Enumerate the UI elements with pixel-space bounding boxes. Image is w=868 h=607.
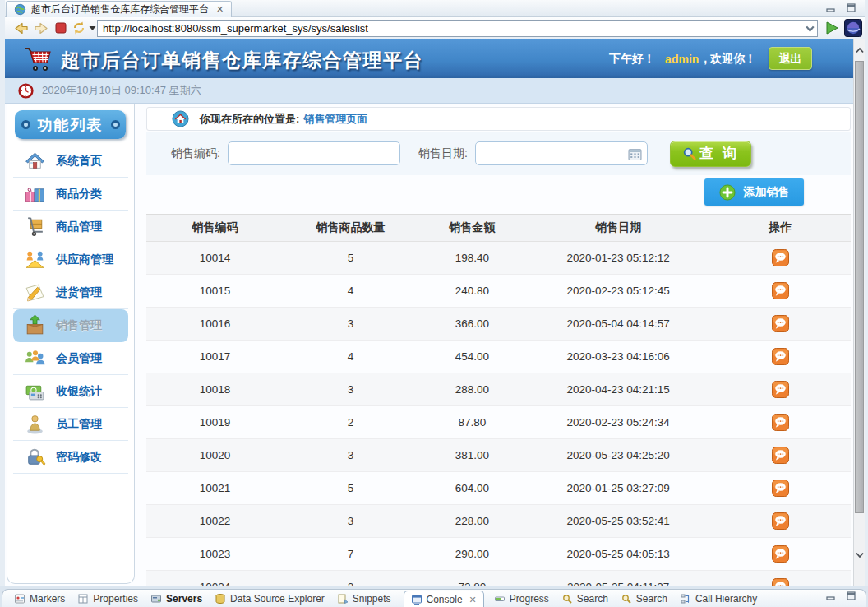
column-header: 销售金额 — [418, 215, 527, 242]
dot-icon — [111, 120, 120, 129]
calendar-icon[interactable] — [628, 147, 642, 161]
edit-action-icon[interactable] — [772, 578, 789, 586]
sidebar-item-label: 会员管理 — [56, 351, 102, 366]
servers-icon — [150, 593, 162, 605]
edit-action-icon[interactable] — [772, 545, 789, 563]
staff-icon — [24, 413, 46, 435]
forward-icon[interactable] — [33, 20, 49, 36]
dot-icon — [21, 120, 30, 129]
scroll-up-icon[interactable] — [855, 44, 865, 56]
bottom-tab-properties[interactable]: Properties — [77, 590, 138, 607]
sidebar-item-supplier[interactable]: 供应商管理 — [13, 243, 128, 276]
cell-amount: 366.00 — [418, 308, 527, 341]
sidebar-item-sales[interactable]: 销售管理 — [13, 309, 128, 342]
edit-action-icon[interactable] — [772, 282, 789, 299]
callh-icon — [680, 593, 691, 605]
edit-action-icon[interactable] — [772, 348, 789, 365]
cell-code: 10019 — [146, 406, 284, 439]
bottom-tab-console[interactable]: Console✕ — [404, 591, 484, 607]
back-icon[interactable] — [13, 20, 30, 36]
cell-date: 2020-05-25 04:11:27 — [527, 571, 710, 586]
home-icon — [24, 150, 46, 172]
browser-app-icon[interactable] — [844, 19, 862, 37]
cell-amount: 87.80 — [418, 406, 527, 439]
bottom-tab-label: Progress — [510, 593, 549, 605]
vertical-scrollbar[interactable] — [853, 39, 865, 586]
snippets-icon — [337, 593, 349, 605]
bottom-tab-label: Console — [427, 594, 463, 605]
cell-qty: 3 — [284, 439, 418, 472]
bottom-tab-search[interactable]: Search — [561, 590, 608, 607]
console-icon — [411, 594, 422, 605]
table-row: 100215604.002020-01-25 03:27:09 — [146, 472, 851, 505]
edit-action-icon[interactable] — [772, 447, 789, 464]
bottom-tab-snippets[interactable]: Snippets — [337, 590, 391, 607]
cell-actions — [710, 341, 851, 373]
app-title: 超市后台订单销售仓库库存综合管理平台 — [61, 39, 423, 78]
bottom-tab-call-hierarchy[interactable]: Call Hierarchy — [680, 590, 757, 607]
sidebar-item-cashier[interactable]: 收银统计 — [13, 375, 128, 408]
code-label: 销售编码: — [171, 146, 220, 161]
edit-action-icon[interactable] — [772, 512, 789, 530]
sidebar-item-label: 商品管理 — [56, 220, 102, 234]
app-header: 超市后台订单销售仓库库存综合管理平台 下午好！ admin , 欢迎你！ 退出 — [5, 39, 853, 78]
run-icon[interactable] — [824, 20, 840, 36]
editor-tab[interactable]: 超市后台订单销售仓库库存综合管理平台 ✕ — [6, 1, 232, 17]
sidebar-item-label: 进货管理 — [56, 285, 102, 300]
search-button[interactable]: 查 询 — [670, 141, 751, 167]
stop-icon[interactable] — [53, 20, 69, 36]
bottom-tab-servers[interactable]: Servers — [150, 590, 202, 607]
bottom-tab-data-source-explorer[interactable]: Data Source Explorer — [215, 590, 325, 607]
scrollbar-thumb[interactable] — [855, 61, 864, 513]
bottom-tab-search[interactable]: Search — [621, 590, 667, 607]
table-row: 10019287.802020-02-23 05:24:34 — [146, 406, 851, 439]
url-dropdown-icon[interactable] — [803, 21, 817, 36]
table-row: 100203381.002020-05-23 04:25:20 — [146, 439, 851, 472]
url-text[interactable]: http://localhost:8080/ssm_supermarket_sy… — [98, 22, 803, 35]
plus-icon — [719, 184, 736, 201]
bottom-tab-label: Servers — [166, 593, 202, 605]
panel-maximize-icon[interactable] — [846, 591, 856, 601]
cell-qty: 4 — [284, 275, 418, 308]
code-input[interactable] — [228, 141, 400, 165]
edit-action-icon[interactable] — [772, 480, 789, 497]
sales-table: 销售编码销售商品数量销售金额销售日期操作 100145198.402020-01… — [146, 214, 851, 586]
logout-button[interactable]: 退出 — [769, 47, 812, 70]
panel-minimize-icon[interactable] — [825, 591, 836, 601]
url-bar[interactable]: http://localhost:8080/ssm_supermarket_sy… — [97, 20, 818, 37]
sidebar-item-purchase[interactable]: 进货管理 — [13, 276, 128, 309]
sidebar-item-password[interactable]: 密码修改 — [13, 441, 128, 474]
sidebar-item-home[interactable]: 系统首页 — [13, 145, 128, 178]
maximize-icon[interactable] — [846, 2, 856, 13]
sidebar-item-goods[interactable]: 商品管理 — [13, 211, 128, 243]
column-header: 操作 — [710, 215, 851, 242]
bottom-tab-markers[interactable]: Markers — [14, 590, 65, 607]
tab-close-icon[interactable]: ✕ — [216, 4, 224, 15]
refresh-icon[interactable] — [71, 20, 87, 36]
breadcrumb-current[interactable]: 销售管理页面 — [303, 112, 367, 127]
sidebar-item-staff[interactable]: 员工管理 — [13, 408, 128, 441]
sidebar-item-member[interactable]: 会员管理 — [13, 342, 128, 375]
add-sale-button[interactable]: 添加销售 — [704, 178, 804, 206]
edit-action-icon[interactable] — [772, 249, 789, 266]
cashier-icon — [24, 380, 46, 402]
refresh-dropdown-icon[interactable] — [88, 20, 97, 36]
edit-action-icon[interactable] — [772, 315, 789, 332]
cell-code: 10014 — [146, 242, 284, 275]
tab-close-icon[interactable]: ✕ — [469, 595, 477, 605]
cell-actions — [710, 373, 851, 406]
minimize-icon[interactable] — [825, 2, 836, 13]
sidebar-item-label: 员工管理 — [56, 417, 102, 432]
cell-amount: 288.00 — [418, 373, 527, 406]
cell-qty: 5 — [284, 472, 418, 505]
bottom-tab-label: Search — [577, 593, 608, 605]
bottom-tab-progress[interactable]: Progress — [494, 590, 549, 607]
sidebar-item-category[interactable]: 商品分类 — [13, 178, 128, 211]
date-input[interactable] — [475, 141, 648, 165]
cell-amount: 240.80 — [418, 275, 527, 308]
search-icon — [561, 593, 573, 605]
scroll-down-icon[interactable] — [855, 549, 865, 561]
edit-action-icon[interactable] — [772, 381, 789, 398]
cell-date: 2020-05-23 04:25:20 — [527, 439, 710, 472]
edit-action-icon[interactable] — [772, 414, 789, 431]
